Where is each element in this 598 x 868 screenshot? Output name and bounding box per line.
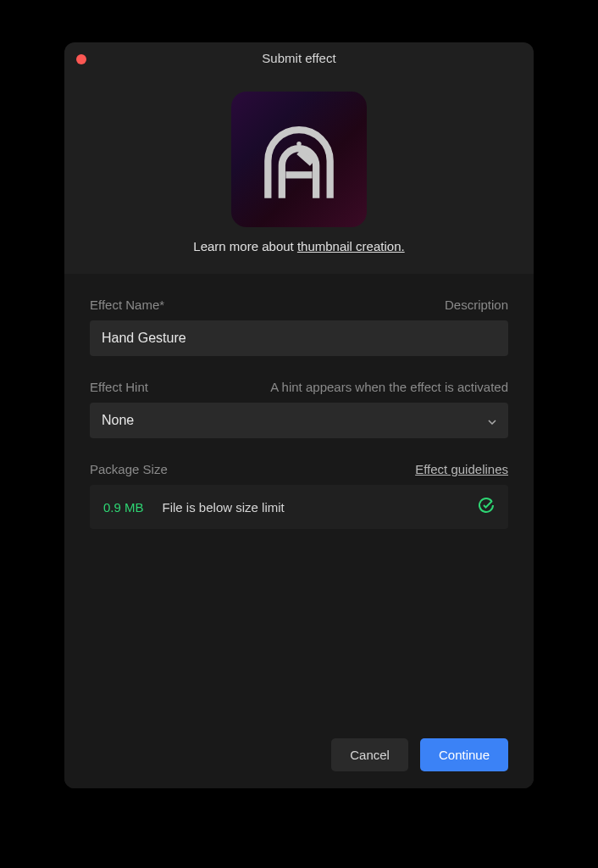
close-icon[interactable] [76, 54, 86, 64]
svg-point-0 [296, 142, 302, 147]
footer-buttons: Cancel Continue [90, 721, 508, 771]
effect-name-input[interactable] [90, 320, 508, 356]
thumbnail-section: Learn more about thumbnail creation. [64, 66, 534, 274]
package-size-left: 0.9 MB File is below size limit [103, 500, 285, 515]
effect-hint-select[interactable]: None [90, 403, 508, 438]
check-circle-icon [478, 497, 495, 517]
window-title: Submit effect [262, 51, 335, 65]
effect-hint-label: Effect Hint [90, 380, 148, 394]
learn-more-text: Learn more about thumbnail creation. [193, 239, 404, 253]
effect-hint-desc: A hint appears when the effect is activa… [270, 380, 508, 394]
effect-name-field: Effect Name* Description [90, 298, 508, 356]
package-size-value: 0.9 MB [103, 500, 144, 515]
effect-guidelines-link[interactable]: Effect guidelines [415, 462, 508, 476]
submit-effect-window: Submit effect Learn more about thumbnail… [64, 42, 534, 788]
thumbnail-arch-icon [252, 113, 346, 206]
effect-hint-select-wrap: None [90, 403, 508, 438]
package-size-header: Package Size Effect guidelines [90, 462, 508, 476]
cancel-button[interactable]: Cancel [331, 738, 408, 771]
titlebar: Submit effect [64, 42, 534, 66]
continue-button[interactable]: Continue [420, 738, 508, 771]
thumbnail-creation-link[interactable]: thumbnail creation. [297, 239, 405, 253]
learn-more-prefix: Learn more about [193, 239, 297, 253]
effect-name-header: Effect Name* Description [90, 298, 508, 312]
package-size-message: File is below size limit [163, 500, 285, 515]
package-size-label: Package Size [90, 462, 168, 476]
thumbnail-preview[interactable] [231, 92, 367, 227]
effect-name-label: Effect Name* [90, 298, 164, 312]
effect-name-hint: Description [445, 298, 508, 312]
package-size-field: Package Size Effect guidelines 0.9 MB Fi… [90, 462, 508, 529]
spacer [90, 553, 508, 721]
form-section: Effect Name* Description Effect Hint A h… [64, 274, 534, 788]
effect-hint-field: Effect Hint A hint appears when the effe… [90, 380, 508, 438]
effect-hint-header: Effect Hint A hint appears when the effe… [90, 380, 508, 394]
package-size-box: 0.9 MB File is below size limit [90, 485, 508, 529]
